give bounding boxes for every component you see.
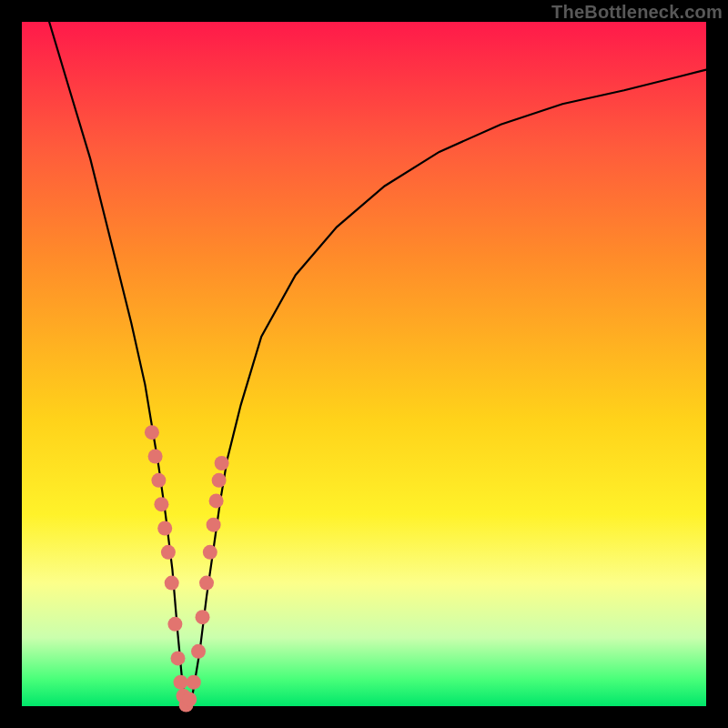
marker-point <box>145 425 159 440</box>
marker-point <box>174 675 188 690</box>
marker-point <box>182 693 197 707</box>
marker-point <box>171 651 186 665</box>
marker-point <box>196 610 210 624</box>
marker-point <box>207 518 221 532</box>
bottleneck-curve <box>49 22 706 706</box>
marker-point <box>157 521 172 536</box>
marker-point <box>215 456 229 470</box>
watermark-text: TheBottleneck.com <box>551 2 723 23</box>
marker-point <box>165 576 179 591</box>
marker-point <box>199 576 214 591</box>
marker-point <box>154 497 168 511</box>
marker-point <box>209 493 224 508</box>
marker-point <box>151 473 166 488</box>
marker-point <box>187 675 201 690</box>
marker-group <box>145 425 229 712</box>
marker-point <box>203 545 217 560</box>
marker-point <box>167 617 182 632</box>
chart-svg <box>22 22 706 706</box>
marker-point <box>191 644 206 659</box>
marker-point <box>148 450 163 464</box>
marker-point <box>212 473 227 488</box>
marker-point <box>161 545 176 560</box>
